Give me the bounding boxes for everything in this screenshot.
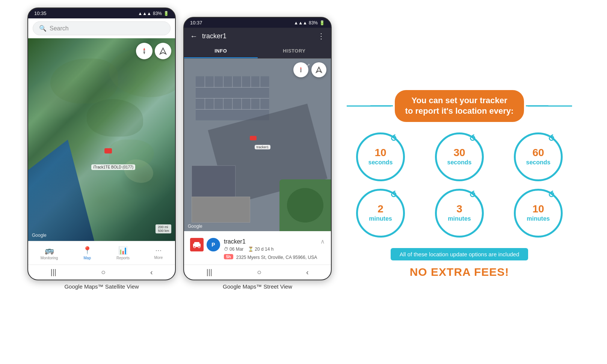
expand-button[interactable]: ⤢ [306, 62, 310, 68]
status-bar-phone1: 10:35 ▲▲▲ 83%🔋 [28, 8, 175, 18]
signal-icon-phone1: ▲▲▲ [138, 11, 151, 16]
circle-number-30sec: 30 [453, 147, 465, 158]
scale-500km: 500 km [158, 229, 169, 233]
water-area [28, 140, 94, 241]
time-badge: 5h [224, 254, 233, 259]
circle-number-60sec: 60 [532, 147, 544, 158]
banner-text: You can set your trackerto report it's l… [405, 95, 514, 117]
more-menu-button[interactable]: ⋮ [317, 32, 325, 41]
compass-icon [140, 47, 148, 55]
time-circle-60sec: ↺ 60 seconds [514, 132, 563, 181]
tracker-label-satellite: iTrack1TE BOLD (0177) [91, 164, 135, 170]
arrow-3min: ↺ [467, 189, 478, 201]
nav-reports[interactable]: 📊 Reports [113, 244, 133, 262]
svg-marker-1 [143, 52, 145, 54]
street-navigate-button[interactable] [311, 62, 326, 77]
car-marker-street [250, 136, 257, 140]
caption-satellite: Google Maps™ Satellite View [64, 283, 139, 290]
circle-unit-60sec: seconds [526, 159, 551, 166]
svg-marker-22 [300, 67, 302, 69]
reports-icon: 📊 [118, 246, 128, 255]
circle-2min: ↺ 2 minutes [356, 189, 405, 238]
gesture-lines[interactable]: ||| [50, 268, 56, 277]
meta-duration: ⏳ 20 d 14 h [248, 247, 273, 252]
svg-marker-3 [160, 48, 166, 54]
gesture-lines-2[interactable]: ||| [206, 268, 212, 277]
svg-point-24 [300, 69, 302, 71]
info-banner: You can set your trackerto report it's l… [395, 90, 524, 122]
signal-icon-phone2: ▲▲▲ [294, 20, 307, 26]
google-watermark-satellite: Google [32, 233, 47, 238]
car-icon-satellite [104, 148, 112, 153]
nav-monitoring-label: Monitoring [41, 256, 58, 260]
tracker-name: tracker1 [224, 238, 246, 245]
svg-point-2 [143, 50, 145, 52]
terrain-2 [87, 99, 143, 137]
tab-info-label: INFO [214, 48, 227, 54]
circle-unit-30sec: seconds [447, 159, 472, 166]
navigate-button[interactable] [155, 43, 171, 59]
gesture-bar-phone2: ||| ○ ‹ [184, 265, 331, 280]
nav-more[interactable]: ··· More [151, 244, 166, 262]
nav-monitoring[interactable]: 🚌 Monitoring [38, 244, 61, 262]
scale-bar: 200 mi 500 km [156, 224, 171, 233]
circle-30sec: ↺ 30 seconds [435, 132, 484, 181]
tracker-info-panel: P tracker1 ∧ ⏱ 06 Mar [184, 231, 331, 265]
tracker-info-row: P tracker1 ∧ ⏱ 06 Mar [190, 238, 325, 260]
panel-expand-icon[interactable]: ∧ [320, 238, 325, 245]
search-icon: 🔍 [39, 25, 47, 32]
tracker-avatar: P [207, 238, 220, 251]
circle-unit-10min: minutes [527, 215, 550, 222]
time-circle-10sec: ↺ 10 seconds [356, 132, 405, 181]
gesture-bar-phone1: ||| ○ ‹ [28, 265, 175, 280]
navigate-icon [159, 47, 167, 55]
circle-10sec: ↺ 10 seconds [356, 132, 405, 181]
no-fees-banner-text: All of these location update options are… [400, 251, 519, 257]
status-right-phone2: ▲▲▲ 83%🔋 [294, 20, 325, 26]
status-time-phone2: 10:37 [190, 20, 202, 26]
circle-unit-3min: minutes [448, 215, 471, 222]
tracker-date: 06 Mar [230, 247, 243, 252]
battery-phone2: 83% [309, 20, 318, 26]
search-input-box[interactable]: 🔍 Search [33, 21, 171, 35]
meta-date: ⏱ 06 Mar [224, 247, 243, 252]
time-circle-2min: ↺ 2 minutes [356, 189, 405, 238]
arrow-10min: ↺ [546, 189, 557, 201]
car-thumbnail [190, 238, 204, 251]
timer-icon: ⏳ [248, 247, 254, 252]
compass-button[interactable] [136, 43, 153, 59]
circle-number-3min: 3 [456, 204, 462, 214]
tab-history[interactable]: HISTORY [258, 44, 331, 58]
arrow-10sec: ↺ [388, 132, 399, 144]
status-bar-phone2: 10:37 ▲▲▲ 83%🔋 [184, 18, 331, 28]
map-street[interactable]: // Will render via JS below [184, 59, 331, 231]
caption-street: Google Maps™ Street View [223, 283, 292, 290]
map-icon: 📍 [83, 246, 92, 255]
gesture-circle-2[interactable]: ○ [257, 268, 261, 277]
tracker-title: tracker1 [202, 32, 313, 40]
nav-map[interactable]: 📍 Map [80, 244, 95, 262]
more-icon: ··· [156, 246, 162, 254]
building-2 [192, 197, 250, 223]
status-right-phone1: ▲▲▲ 83%🔋 [138, 11, 169, 16]
svg-marker-25 [316, 67, 322, 72]
circle-number-10min: 10 [532, 204, 544, 214]
gesture-back-2[interactable]: ‹ [306, 268, 309, 277]
nav-map-label: Map [84, 256, 91, 260]
map-satellite[interactable]: iTrack1TE BOLD (0177) Google 200 mi 500 … [28, 38, 175, 241]
search-placeholder: Search [50, 25, 69, 32]
svg-point-29 [198, 246, 200, 248]
nav-more-label: More [154, 256, 163, 260]
gesture-circle[interactable]: ○ [101, 268, 106, 277]
tab-history-label: HISTORY [283, 48, 306, 54]
back-button[interactable]: ← [190, 32, 198, 41]
gesture-back[interactable]: ‹ [150, 268, 153, 277]
svg-marker-0 [143, 48, 145, 50]
car-icon [192, 241, 201, 248]
tab-info[interactable]: INFO [184, 44, 258, 58]
circle-unit-2min: minutes [369, 215, 392, 222]
bottom-nav-phone1: 🚌 Monitoring 📍 Map 📊 Reports ··· More [28, 241, 175, 265]
circle-unit-10sec: seconds [368, 159, 393, 166]
monitoring-icon: 🚌 [45, 246, 54, 255]
svg-point-28 [194, 246, 196, 248]
